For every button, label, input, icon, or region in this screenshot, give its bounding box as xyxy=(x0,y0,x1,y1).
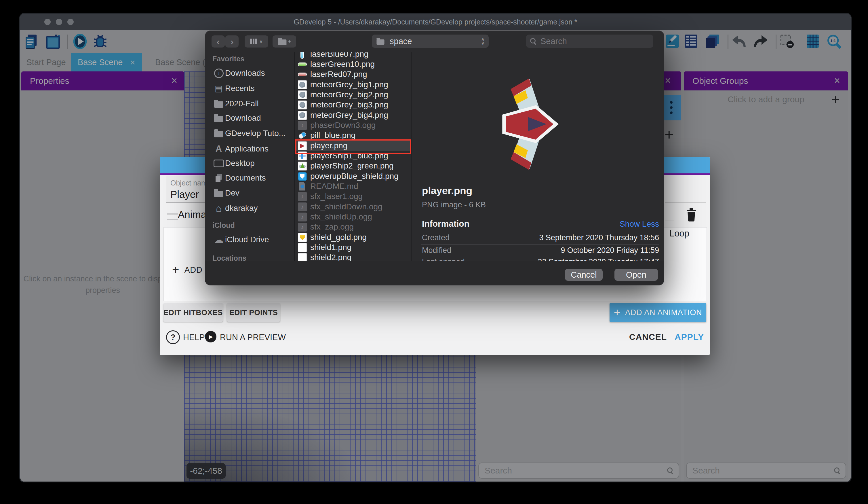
sidebar-item-icloud-drive[interactable]: ☁iCloud Drive xyxy=(213,234,291,245)
file-open-dialog: ‹ › ∨ + space ∧∨ Favorites ↓Downloads ▤R… xyxy=(205,31,664,285)
file-row[interactable]: meteorGrey_big1.png xyxy=(295,80,411,90)
preview-file-kind: PNG image - 6 KB xyxy=(422,200,486,209)
folder-icon xyxy=(213,189,225,197)
sidebar-item-label: Download xyxy=(225,113,261,123)
file-row-disabled: sfx_laser1.ogg xyxy=(295,191,411,202)
detail-row-created: Created 3 September 2020 Thursday 18:56 xyxy=(422,233,659,242)
cancel-button[interactable]: Cancel xyxy=(565,269,603,281)
play-icon[interactable]: ▶ xyxy=(205,331,216,342)
audio-file-icon xyxy=(298,213,307,221)
add-animation-label: ADD AN ANIMATION xyxy=(625,308,702,317)
sidebar-item-label: Desktop xyxy=(225,159,255,168)
apply-button[interactable]: APPLY xyxy=(675,332,704,342)
file-row[interactable]: pill_blue.png xyxy=(295,130,411,141)
sidebar-divider xyxy=(294,52,295,261)
view-options-button[interactable]: ∨ xyxy=(245,36,268,48)
sidebar-item-recents[interactable]: ▤Recents xyxy=(213,83,291,94)
sidebar-item-dev[interactable]: Dev xyxy=(213,187,291,199)
file-row[interactable]: playerShip2_green.png xyxy=(295,161,411,171)
meteor-icon xyxy=(298,101,307,109)
plus-icon: + xyxy=(172,263,179,277)
new-folder-button[interactable]: + xyxy=(272,36,296,48)
run-a-preview-button[interactable]: RUN A PREVIEW xyxy=(220,333,286,342)
help-button[interactable]: HELP xyxy=(183,333,205,342)
sidebar-item-dkarakay[interactable]: ⌂dkarakay xyxy=(213,202,291,214)
delete-animation-icon[interactable] xyxy=(685,208,697,221)
home-icon: ⌂ xyxy=(213,203,225,214)
add-frame-button[interactable]: + ADD xyxy=(172,263,202,277)
meteor-icon xyxy=(298,90,307,99)
search-icon xyxy=(530,38,536,44)
file-row[interactable]: shield1.png xyxy=(295,242,411,253)
folder-icon xyxy=(213,130,225,137)
sidebar-item-label: Documents xyxy=(225,173,266,183)
file-row[interactable]: laserRed07.png xyxy=(295,69,411,80)
audio-file-icon xyxy=(298,223,307,232)
sidebar-item-label: dkarakay xyxy=(225,204,258,213)
file-row[interactable]: laserGreen10.png xyxy=(295,59,411,69)
file-row[interactable]: shield2.png xyxy=(295,252,411,261)
cancel-button[interactable]: CANCEL xyxy=(629,332,667,342)
file-row[interactable]: powerupBlue_shield.png xyxy=(295,171,411,181)
divider xyxy=(421,256,659,256)
download-circle-icon: ↓ xyxy=(213,69,225,78)
search-input[interactable] xyxy=(540,36,650,47)
sidebar-item-download[interactable]: Download xyxy=(213,112,291,124)
sidebar-item-label: Applications xyxy=(225,144,269,153)
columns-view-icon xyxy=(250,38,258,44)
plus-icon: + xyxy=(288,39,291,44)
show-less-link[interactable]: Show Less xyxy=(620,220,659,229)
sidebar-item-label: iCloud Drive xyxy=(225,235,269,244)
back-button[interactable]: ‹ xyxy=(211,36,225,48)
file-row-disabled: sfx_zap.ogg xyxy=(295,222,411,232)
laser-green-icon xyxy=(298,60,307,69)
pill-icon xyxy=(298,131,307,140)
chevron-up-down-icon: ∧∨ xyxy=(481,38,485,45)
file-row[interactable]: shield_gold.png xyxy=(295,232,411,242)
meteor-icon xyxy=(298,111,307,120)
detail-row-last-opened: Last opened 22 September 2020 Tuesday 17… xyxy=(422,258,659,261)
window-title: GDevelop 5 - /Users/dkarakay/Documents/G… xyxy=(20,14,851,30)
laser-red-icon xyxy=(298,70,307,79)
forward-button[interactable]: › xyxy=(225,36,239,48)
help-icon[interactable]: ? xyxy=(166,330,180,344)
sidebar-item-downloads[interactable]: ↓Downloads xyxy=(213,67,291,79)
file-row[interactable]: meteorGrey_big2.png xyxy=(295,90,411,100)
titlebar: GDevelop 5 - /Users/dkarakay/Documents/G… xyxy=(20,14,851,30)
sidebar-section-favorites: Favorites xyxy=(213,55,244,63)
preview-pane: player.png PNG image - 6 KB Information … xyxy=(412,52,664,261)
sidebar-item-desktop[interactable]: Desktop xyxy=(213,158,291,169)
player-ship-preview-image xyxy=(500,77,575,172)
sidebar-item-gdevelop-tutorials[interactable]: GDevelop Tuto... xyxy=(213,128,291,139)
add-an-animation-button[interactable]: + ADD AN ANIMATION xyxy=(610,303,706,322)
open-button[interactable]: Open xyxy=(614,269,658,281)
file-row[interactable]: laserBlue07.png xyxy=(295,52,411,59)
documents-icon xyxy=(213,173,225,183)
detail-row-modified: Modified 9 October 2020 Friday 11:59 xyxy=(422,246,659,255)
sidebar-item-2020-fall[interactable]: 2020-Fall xyxy=(213,98,291,109)
sidebar-item-applications[interactable]: AApplications xyxy=(213,143,291,155)
file-row[interactable]: meteorGrey_big4.png xyxy=(295,110,411,120)
sidebar-item-label: Downloads xyxy=(225,69,265,78)
information-heading: Information xyxy=(422,219,469,229)
shield-plain-icon xyxy=(298,253,307,262)
file-row-disabled: phaserDown3.ogg xyxy=(295,120,411,130)
powerup-shield-icon xyxy=(298,172,307,181)
folder-icon xyxy=(213,100,225,108)
checkbox-underline xyxy=(665,221,674,221)
dialog-search-field[interactable] xyxy=(526,34,653,48)
file-row[interactable]: meteorGrey_big3.png xyxy=(295,100,411,110)
sidebar-item-label: Recents xyxy=(225,84,255,93)
edit-points-button[interactable]: EDIT POINTS xyxy=(227,303,280,322)
drag-handle-icon xyxy=(167,213,178,220)
sidebar-item-documents[interactable]: Documents xyxy=(213,172,291,184)
sidebar-item-label: Dev xyxy=(225,188,239,198)
location-select[interactable]: space ∧∨ xyxy=(372,34,489,48)
edit-hitboxes-button[interactable]: EDIT HITBOXES xyxy=(164,303,223,322)
audio-file-icon xyxy=(298,202,307,211)
file-row-disabled: sfx_shieldDown.ogg xyxy=(295,202,411,212)
recents-icon: ▤ xyxy=(213,83,225,93)
field-underline xyxy=(665,202,706,202)
loop-label: Loop xyxy=(669,228,689,239)
meteor-icon xyxy=(298,80,307,89)
